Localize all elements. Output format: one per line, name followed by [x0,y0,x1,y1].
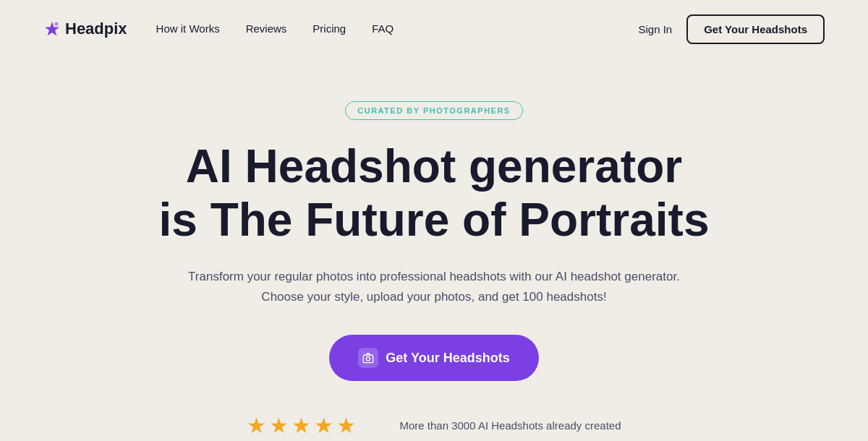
hero-title-line1: AI Headshot generator [186,140,682,192]
star-rating: ★ ★ ★ ★ ★ [247,413,356,438]
social-proof: ★ ★ ★ ★ ★ More than 3000 AI Headshots al… [247,413,621,438]
star-4: ★ [314,413,333,438]
hero-section: CURATED BY PHOTOGRAPHERS AI Headshot gen… [0,58,868,441]
star-2: ★ [269,413,289,438]
logo-icon [43,20,61,38]
nav-link-how-it-works[interactable]: How it Works [156,22,220,35]
hero-title: AI Headshot generator is The Future of P… [159,140,710,247]
star-3: ★ [292,413,311,438]
hero-title-line2: is The Future of Portraits [159,194,710,246]
nav-cta-button[interactable]: Get Your Headshots [686,14,825,44]
hero-cta-button[interactable]: Get Your Headshots [329,335,538,381]
logo[interactable]: Headpix [43,20,127,38]
sign-in-button[interactable]: Sign In [638,23,672,35]
nav-link-faq[interactable]: FAQ [372,22,393,35]
svg-rect-1 [364,355,373,363]
nav-links: How it Works Reviews Pricing FAQ [156,22,394,35]
nav-right: Sign In Get Your Headshots [638,14,825,44]
star-1: ★ [247,413,266,438]
camera-icon [358,348,378,368]
nav-link-reviews[interactable]: Reviews [246,22,287,35]
nav-left: Headpix How it Works Reviews Pricing FAQ [43,20,393,38]
svg-point-2 [367,357,370,361]
hero-cta-label: Get Your Headshots [386,351,509,366]
nav-link-pricing[interactable]: Pricing [312,22,346,35]
hero-subtitle: Transform your regular photos into profe… [188,267,680,307]
navbar: Headpix How it Works Reviews Pricing FAQ… [0,0,868,58]
hero-badge: CURATED BY PHOTOGRAPHERS [345,101,522,120]
svg-point-0 [55,22,59,26]
star-5: ★ [336,413,356,438]
brand-name: Headpix [65,20,127,38]
proof-text: More than 3000 AI Headshots already crea… [399,419,621,432]
